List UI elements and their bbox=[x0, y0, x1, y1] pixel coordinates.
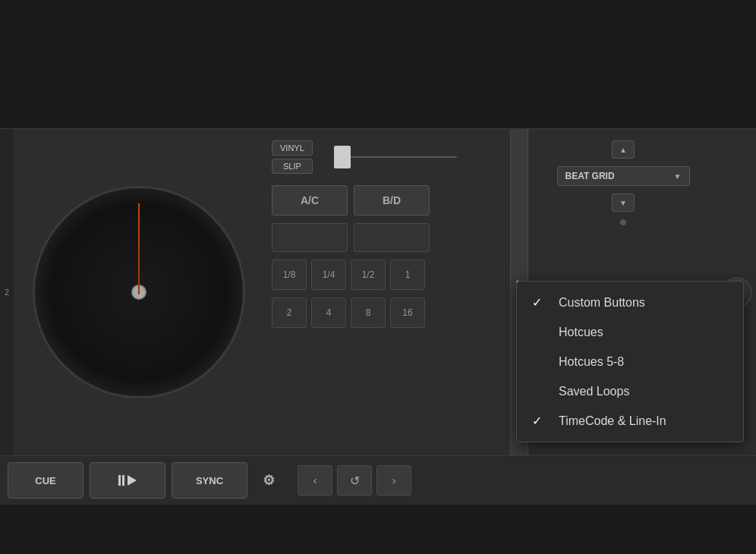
checkmark-custom-buttons: ✓ bbox=[532, 295, 547, 310]
play-triangle bbox=[128, 475, 137, 486]
menu-item-custom-buttons[interactable]: ✓ Custom Buttons bbox=[517, 288, 743, 317]
checkmark-timecode: ✓ bbox=[532, 414, 547, 428]
top-buttons-row: VINYL SLIP bbox=[272, 140, 502, 174]
pitch-slider-container bbox=[334, 146, 471, 168]
menu-item-saved-loops[interactable]: ✓ Saved Loops bbox=[517, 376, 743, 406]
loop-button[interactable]: ↺ bbox=[337, 465, 372, 496]
menu-label-hotcues: Hotcues bbox=[559, 326, 728, 339]
beat-btn-1-4[interactable]: 1/4 bbox=[311, 260, 346, 290]
pad-button-2[interactable] bbox=[354, 223, 430, 252]
menu-item-hotcues-5-8[interactable]: ✓ Hotcues 5-8 bbox=[517, 347, 743, 376]
next-button[interactable]: › bbox=[376, 465, 411, 496]
ac-button[interactable]: A/C bbox=[272, 185, 348, 216]
cue-button[interactable]: CUE bbox=[8, 462, 83, 499]
bd-button[interactable]: B/D bbox=[354, 185, 430, 216]
dropdown-arrow-icon: ▼ bbox=[674, 172, 682, 181]
pause-bar-left bbox=[118, 475, 121, 486]
pitch-area bbox=[319, 146, 502, 168]
menu-label-hotcues-5-8: Hotcues 5-8 bbox=[559, 355, 728, 369]
bottom-bar bbox=[0, 505, 756, 554]
beat-grid-up-arrow[interactable]: ▲ bbox=[612, 140, 635, 159]
beat-grid-down-arrow[interactable]: ▼ bbox=[612, 194, 635, 212]
pitch-track bbox=[351, 156, 457, 158]
menu-item-hotcues[interactable]: ✓ Hotcues bbox=[517, 317, 743, 347]
left-edge: 2 bbox=[0, 129, 14, 455]
beat-grid-dropdown[interactable]: BEAT GRID ▼ bbox=[557, 166, 690, 186]
turntable-section bbox=[14, 129, 264, 455]
play-pause-icon bbox=[118, 475, 137, 486]
pad-button-1[interactable] bbox=[272, 223, 348, 252]
beat-btn-4[interactable]: 4 bbox=[311, 297, 346, 328]
top-bar bbox=[0, 0, 756, 129]
sync-label: SYNC bbox=[196, 475, 223, 486]
beat-row-2: 2 4 8 16 bbox=[272, 297, 502, 328]
sync-button[interactable]: SYNC bbox=[172, 462, 247, 499]
menu-label-timecode: TimeCode & Line-In bbox=[559, 414, 728, 428]
nav-controls: ‹ ↺ › bbox=[298, 465, 411, 496]
menu-item-timecode[interactable]: ✓ TimeCode & Line-In bbox=[517, 406, 743, 436]
indicator-dot bbox=[620, 219, 626, 225]
cue-label: CUE bbox=[35, 475, 55, 486]
slip-button[interactable]: SLIP bbox=[272, 159, 313, 174]
transport-bar: CUE SYNC ⚙ ‹ ↺ › bbox=[0, 455, 756, 505]
ac-bd-row: A/C B/D bbox=[272, 185, 502, 216]
turntable-needle bbox=[138, 203, 140, 294]
pause-bar-right bbox=[122, 475, 124, 486]
beat-btn-2[interactable]: 2 bbox=[272, 297, 307, 328]
dropdown-menu: ✓ Custom Buttons ✓ Hotcues ✓ Hotcues 5-8… bbox=[516, 281, 744, 442]
beat-grid-label: BEAT GRID bbox=[565, 171, 615, 181]
beat-row-1: 1/8 1/4 1/2 1 bbox=[272, 260, 502, 290]
menu-label-custom-buttons: Custom Buttons bbox=[559, 296, 728, 310]
vinyl-button[interactable]: VINYL bbox=[272, 140, 313, 156]
prev-button[interactable]: ‹ bbox=[298, 465, 332, 496]
turntable[interactable] bbox=[33, 186, 245, 398]
beat-btn-1-8[interactable]: 1/8 bbox=[272, 260, 307, 290]
gear-icon: ⚙ bbox=[263, 472, 275, 489]
beat-btn-16[interactable]: 16 bbox=[390, 297, 425, 328]
beat-btn-8[interactable]: 8 bbox=[351, 297, 386, 328]
play-pause-button[interactable] bbox=[90, 462, 165, 499]
controls-section: VINYL SLIP A/C B/D 1/8 1/4 1/2 1 bbox=[264, 129, 510, 455]
pitch-handle[interactable] bbox=[334, 146, 351, 168]
beat-btn-1-2[interactable]: 1/2 bbox=[351, 260, 386, 290]
gear-button[interactable]: ⚙ bbox=[254, 462, 284, 499]
pad-row bbox=[272, 223, 502, 252]
menu-label-saved-loops: Saved Loops bbox=[559, 385, 728, 398]
left-edge-label: 2 bbox=[5, 288, 9, 297]
vinyl-slip-group: VINYL SLIP bbox=[272, 140, 313, 174]
beat-btn-1[interactable]: 1 bbox=[390, 260, 425, 290]
